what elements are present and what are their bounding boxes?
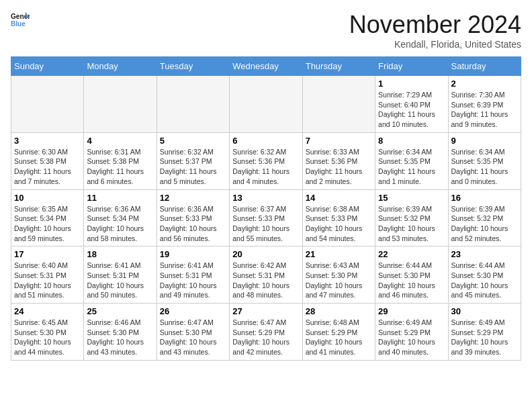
day-of-week-header: Sunday bbox=[11, 57, 84, 76]
day-sun-info: Sunrise: 6:36 AMSunset: 5:33 PMDaylight:… bbox=[160, 204, 226, 244]
calendar-day-cell: 19Sunrise: 6:41 AMSunset: 5:31 PMDayligh… bbox=[157, 246, 229, 304]
day-number: 19 bbox=[160, 249, 226, 259]
day-number: 14 bbox=[306, 193, 372, 203]
logo: General Blue bbox=[11, 11, 30, 30]
calendar-day-cell: 21Sunrise: 6:43 AMSunset: 5:30 PMDayligh… bbox=[302, 246, 375, 304]
day-sun-info: Sunrise: 6:33 AMSunset: 5:36 PMDaylight:… bbox=[306, 147, 372, 187]
calendar-day-cell: 2Sunrise: 7:30 AMSunset: 6:39 PMDaylight… bbox=[448, 76, 521, 133]
calendar-day-cell: 28Sunrise: 6:48 AMSunset: 5:29 PMDayligh… bbox=[302, 304, 375, 361]
day-number: 6 bbox=[232, 136, 299, 146]
day-sun-info: Sunrise: 6:32 AMSunset: 5:36 PMDaylight:… bbox=[232, 147, 299, 187]
calendar-week-row: 10Sunrise: 6:35 AMSunset: 5:34 PMDayligh… bbox=[11, 189, 521, 246]
day-sun-info: Sunrise: 7:30 AMSunset: 6:39 PMDaylight:… bbox=[451, 90, 518, 130]
calendar-day-cell: 9Sunrise: 6:34 AMSunset: 5:35 PMDaylight… bbox=[448, 132, 521, 189]
calendar-day-cell: 17Sunrise: 6:40 AMSunset: 5:31 PMDayligh… bbox=[11, 246, 84, 304]
day-number: 18 bbox=[87, 249, 153, 259]
calendar-day-cell bbox=[157, 76, 229, 133]
calendar-day-cell bbox=[302, 76, 375, 133]
day-sun-info: Sunrise: 6:49 AMSunset: 5:29 PMDaylight:… bbox=[378, 318, 445, 357]
day-sun-info: Sunrise: 6:39 AMSunset: 5:32 PMDaylight:… bbox=[451, 204, 518, 244]
day-number: 9 bbox=[451, 136, 518, 146]
day-sun-info: Sunrise: 6:34 AMSunset: 5:35 PMDaylight:… bbox=[451, 147, 518, 187]
day-sun-info: Sunrise: 6:43 AMSunset: 5:30 PMDaylight:… bbox=[306, 261, 372, 300]
calendar-header-row: SundayMondayTuesdayWednesdayThursdayFrid… bbox=[11, 57, 521, 76]
calendar-day-cell: 5Sunrise: 6:32 AMSunset: 5:37 PMDaylight… bbox=[157, 132, 229, 189]
day-number: 2 bbox=[451, 79, 518, 89]
day-sun-info: Sunrise: 6:35 AMSunset: 5:34 PMDaylight:… bbox=[14, 204, 81, 244]
day-number: 10 bbox=[14, 193, 81, 203]
day-number: 25 bbox=[87, 306, 153, 316]
day-number: 17 bbox=[14, 249, 81, 259]
day-sun-info: Sunrise: 6:32 AMSunset: 5:37 PMDaylight:… bbox=[160, 147, 226, 187]
day-number: 1 bbox=[378, 79, 445, 89]
logo-icon: General Blue bbox=[11, 11, 30, 30]
day-of-week-header: Thursday bbox=[302, 57, 375, 76]
calendar-day-cell: 27Sunrise: 6:47 AMSunset: 5:29 PMDayligh… bbox=[230, 304, 302, 361]
day-sun-info: Sunrise: 6:31 AMSunset: 5:38 PMDaylight:… bbox=[87, 147, 153, 187]
day-sun-info: Sunrise: 6:41 AMSunset: 5:31 PMDaylight:… bbox=[87, 261, 153, 300]
day-number: 3 bbox=[14, 136, 81, 146]
calendar-day-cell: 22Sunrise: 6:44 AMSunset: 5:30 PMDayligh… bbox=[375, 246, 448, 304]
day-number: 29 bbox=[378, 306, 445, 316]
day-number: 27 bbox=[232, 306, 299, 316]
day-number: 22 bbox=[378, 249, 445, 259]
calendar-day-cell: 8Sunrise: 6:34 AMSunset: 5:35 PMDaylight… bbox=[375, 132, 448, 189]
calendar-week-row: 1Sunrise: 7:29 AMSunset: 6:40 PMDaylight… bbox=[11, 76, 521, 133]
day-number: 28 bbox=[306, 306, 372, 316]
day-number: 11 bbox=[87, 193, 153, 203]
day-sun-info: Sunrise: 6:30 AMSunset: 5:38 PMDaylight:… bbox=[14, 147, 81, 187]
day-number: 5 bbox=[160, 136, 226, 146]
day-of-week-header: Friday bbox=[375, 57, 448, 76]
title-area: November 2024 Kendall, Florida, United S… bbox=[349, 11, 521, 50]
calendar-day-cell bbox=[84, 76, 157, 133]
calendar-day-cell: 26Sunrise: 6:47 AMSunset: 5:30 PMDayligh… bbox=[157, 304, 229, 361]
calendar-day-cell: 12Sunrise: 6:36 AMSunset: 5:33 PMDayligh… bbox=[157, 189, 229, 246]
calendar-day-cell: 10Sunrise: 6:35 AMSunset: 5:34 PMDayligh… bbox=[11, 189, 84, 246]
day-of-week-header: Saturday bbox=[448, 57, 521, 76]
day-sun-info: Sunrise: 6:42 AMSunset: 5:31 PMDaylight:… bbox=[232, 261, 299, 300]
calendar-week-row: 24Sunrise: 6:45 AMSunset: 5:30 PMDayligh… bbox=[11, 304, 521, 361]
calendar-day-cell: 7Sunrise: 6:33 AMSunset: 5:36 PMDaylight… bbox=[302, 132, 375, 189]
calendar-day-cell: 1Sunrise: 7:29 AMSunset: 6:40 PMDaylight… bbox=[375, 76, 448, 133]
calendar-day-cell: 14Sunrise: 6:38 AMSunset: 5:33 PMDayligh… bbox=[302, 189, 375, 246]
day-sun-info: Sunrise: 6:47 AMSunset: 5:30 PMDaylight:… bbox=[160, 318, 226, 357]
day-sun-info: Sunrise: 6:47 AMSunset: 5:29 PMDaylight:… bbox=[232, 318, 299, 357]
day-sun-info: Sunrise: 7:29 AMSunset: 6:40 PMDaylight:… bbox=[378, 90, 445, 130]
day-sun-info: Sunrise: 6:34 AMSunset: 5:35 PMDaylight:… bbox=[378, 147, 445, 187]
calendar-day-cell: 23Sunrise: 6:44 AMSunset: 5:30 PMDayligh… bbox=[448, 246, 521, 304]
day-sun-info: Sunrise: 6:49 AMSunset: 5:29 PMDaylight:… bbox=[451, 318, 518, 357]
calendar-week-row: 17Sunrise: 6:40 AMSunset: 5:31 PMDayligh… bbox=[11, 246, 521, 304]
day-sun-info: Sunrise: 6:37 AMSunset: 5:33 PMDaylight:… bbox=[232, 204, 299, 244]
day-number: 24 bbox=[14, 306, 81, 316]
calendar-day-cell: 4Sunrise: 6:31 AMSunset: 5:38 PMDaylight… bbox=[84, 132, 157, 189]
month-title: November 2024 bbox=[349, 11, 521, 39]
day-sun-info: Sunrise: 6:45 AMSunset: 5:30 PMDaylight:… bbox=[14, 318, 81, 357]
calendar-day-cell bbox=[230, 76, 302, 133]
day-number: 7 bbox=[306, 136, 372, 146]
calendar-week-row: 3Sunrise: 6:30 AMSunset: 5:38 PMDaylight… bbox=[11, 132, 521, 189]
calendar-day-cell: 18Sunrise: 6:41 AMSunset: 5:31 PMDayligh… bbox=[84, 246, 157, 304]
day-of-week-header: Tuesday bbox=[157, 57, 229, 76]
page-header: General Blue November 2024 Kendall, Flor… bbox=[11, 11, 521, 50]
day-sun-info: Sunrise: 6:48 AMSunset: 5:29 PMDaylight:… bbox=[306, 318, 372, 357]
day-number: 15 bbox=[378, 193, 445, 203]
day-sun-info: Sunrise: 6:40 AMSunset: 5:31 PMDaylight:… bbox=[14, 261, 81, 300]
day-sun-info: Sunrise: 6:44 AMSunset: 5:30 PMDaylight:… bbox=[451, 261, 518, 300]
day-number: 4 bbox=[87, 136, 153, 146]
day-of-week-header: Monday bbox=[84, 57, 157, 76]
calendar-day-cell: 11Sunrise: 6:36 AMSunset: 5:34 PMDayligh… bbox=[84, 189, 157, 246]
calendar-day-cell: 25Sunrise: 6:46 AMSunset: 5:30 PMDayligh… bbox=[84, 304, 157, 361]
day-number: 12 bbox=[160, 193, 226, 203]
day-number: 30 bbox=[451, 306, 518, 316]
calendar-day-cell: 30Sunrise: 6:49 AMSunset: 5:29 PMDayligh… bbox=[448, 304, 521, 361]
calendar-day-cell: 20Sunrise: 6:42 AMSunset: 5:31 PMDayligh… bbox=[230, 246, 302, 304]
calendar-table: SundayMondayTuesdayWednesdayThursdayFrid… bbox=[11, 56, 521, 361]
calendar-day-cell: 16Sunrise: 6:39 AMSunset: 5:32 PMDayligh… bbox=[448, 189, 521, 246]
calendar-day-cell: 15Sunrise: 6:39 AMSunset: 5:32 PMDayligh… bbox=[375, 189, 448, 246]
day-sun-info: Sunrise: 6:46 AMSunset: 5:30 PMDaylight:… bbox=[87, 318, 153, 357]
day-number: 26 bbox=[160, 306, 226, 316]
day-sun-info: Sunrise: 6:44 AMSunset: 5:30 PMDaylight:… bbox=[378, 261, 445, 300]
calendar-day-cell: 6Sunrise: 6:32 AMSunset: 5:36 PMDaylight… bbox=[230, 132, 302, 189]
location: Kendall, Florida, United States bbox=[349, 39, 521, 50]
day-number: 20 bbox=[232, 249, 299, 259]
